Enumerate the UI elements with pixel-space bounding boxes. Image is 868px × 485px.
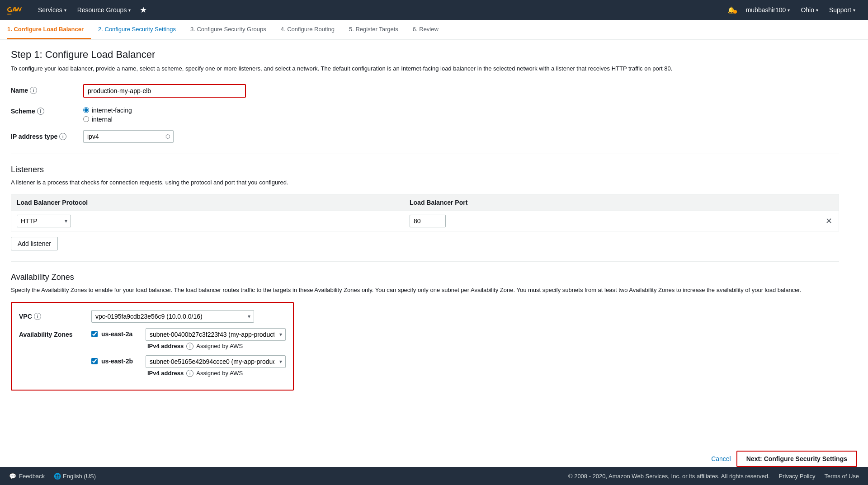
support-menu[interactable]: Support ▾ bbox=[824, 0, 861, 20]
az-2a-subnet-select[interactable]: subnet-00400b27c3f223f43 (my-app-product… bbox=[146, 328, 286, 341]
scheme-radio-group: internet-facing internal bbox=[83, 105, 839, 123]
ip-address-type-label: IP address type i bbox=[11, 130, 83, 140]
vpc-select-wrap: vpc-0195fa9cdb23e56c9 (10.0.0.0/16) ▾ bbox=[91, 310, 254, 323]
wizard-steps: 1. Configure Load Balancer 2. Configure … bbox=[0, 20, 868, 40]
az-desc: Specify the Availability Zones to enable… bbox=[11, 286, 839, 295]
az-2a-ipv4-row: IPv4 address i Assigned by AWS bbox=[146, 343, 286, 350]
name-input[interactable] bbox=[83, 84, 246, 98]
region-menu[interactable]: Ohio ▾ bbox=[795, 0, 824, 20]
step-6-label: 6. Review bbox=[413, 26, 439, 33]
scheme-row: Scheme i internet-facing internal bbox=[11, 105, 839, 123]
region-label: Ohio bbox=[801, 6, 814, 14]
az-zone-2a-row: us-east-2a subnet-00400b27c3f223f43 (my-… bbox=[91, 328, 286, 350]
top-navigation: aws Services ▾ Resource Groups ▾ ★ 🔔 mub… bbox=[0, 0, 868, 20]
add-listener-button[interactable]: Add listener bbox=[11, 237, 58, 250]
name-input-wrap bbox=[83, 84, 839, 98]
scheme-internal[interactable]: internal bbox=[83, 116, 839, 123]
user-menu[interactable]: mubbashir100 ▾ bbox=[741, 0, 796, 20]
remove-listener-button[interactable]: ✕ bbox=[822, 215, 835, 227]
az-title: Availability Zones bbox=[11, 273, 839, 282]
az-2b-subnet-wrap: subnet-0e5165e42b94ccce0 (my-app-product… bbox=[146, 355, 286, 368]
remove-col-header bbox=[734, 194, 839, 211]
vpc-select[interactable]: vpc-0195fa9cdb23e56c9 (10.0.0.0/16) bbox=[91, 310, 254, 323]
step-1[interactable]: 1. Configure Load Balancer bbox=[7, 20, 91, 39]
name-label: Name i bbox=[11, 84, 83, 94]
name-info-icon[interactable]: i bbox=[30, 87, 37, 94]
step-3-label: 3. Configure Security Groups bbox=[190, 26, 266, 33]
aws-logo[interactable]: aws bbox=[7, 5, 25, 15]
step-5-label: 5. Register Targets bbox=[349, 26, 398, 33]
az-2b-checkbox[interactable] bbox=[91, 358, 98, 364]
az-2a-name: us-east-2a bbox=[101, 328, 142, 338]
az-2b-subnet-select[interactable]: subnet-0e5165e42b94ccce0 (my-app-product… bbox=[146, 355, 286, 368]
notification-dot bbox=[733, 10, 737, 14]
az-2b-ipv4-info-icon[interactable]: i bbox=[186, 370, 193, 377]
services-menu[interactable]: Services ▾ bbox=[33, 0, 72, 20]
vpc-input-wrap: vpc-0195fa9cdb23e56c9 (10.0.0.0/16) ▾ bbox=[91, 310, 286, 323]
scheme-label: Scheme i bbox=[11, 105, 83, 115]
footer-buttons: Cancel Next: Configure Security Settings bbox=[711, 451, 857, 454]
next-button[interactable]: Next: Configure Security Settings bbox=[736, 451, 857, 454]
vpc-info-icon[interactable]: i bbox=[34, 313, 41, 320]
ip-address-select-wrap: ipv4 dualstack ⬡ bbox=[83, 130, 174, 143]
services-label: Services bbox=[38, 6, 62, 14]
svg-text:aws: aws bbox=[7, 13, 12, 15]
az-2b-content: subnet-0e5165e42b94ccce0 (my-app-product… bbox=[146, 355, 286, 377]
az-zones-list: us-east-2a subnet-00400b27c3f223f43 (my-… bbox=[91, 328, 286, 377]
favorites-icon[interactable]: ★ bbox=[136, 5, 151, 15]
scheme-options: internet-facing internal bbox=[83, 105, 839, 123]
support-chevron-icon: ▾ bbox=[853, 8, 855, 13]
ip-address-info-icon[interactable]: i bbox=[59, 133, 66, 140]
listener-protocol-cell: HTTP HTTPS TCP UDP ▾ bbox=[11, 211, 405, 231]
section-divider-1 bbox=[11, 154, 839, 154]
az-2b-ipv4-value: Assigned by AWS bbox=[196, 370, 243, 377]
ip-address-type-wrap: ipv4 dualstack ⬡ bbox=[83, 130, 839, 143]
listeners-title: Listeners bbox=[11, 165, 839, 174]
support-label: Support bbox=[829, 6, 851, 14]
az-2b-ipv4-row: IPv4 address i Assigned by AWS bbox=[146, 370, 286, 377]
port-input[interactable] bbox=[410, 215, 446, 227]
region-chevron-icon: ▾ bbox=[816, 8, 818, 13]
vpc-row: VPC i vpc-0195fa9cdb23e56c9 (10.0.0.0/16… bbox=[19, 310, 286, 323]
scheme-info-icon[interactable]: i bbox=[37, 108, 44, 115]
main-content: Step 1: Configure Load Balancer To confi… bbox=[0, 40, 850, 454]
protocol-col-header: Load Balancer Protocol bbox=[11, 194, 405, 211]
az-2b-name: us-east-2b bbox=[101, 355, 142, 365]
notifications-bell[interactable]: 🔔 bbox=[722, 6, 741, 14]
page-title: Step 1: Configure Load Balancer bbox=[11, 49, 839, 61]
az-zones-wrap: us-east-2a subnet-00400b27c3f223f43 (my-… bbox=[91, 328, 286, 377]
listeners-table: Load Balancer Protocol Load Balancer Por… bbox=[11, 194, 839, 231]
step-5: 5. Register Targets bbox=[342, 20, 406, 39]
step-2[interactable]: 2. Configure Security Settings bbox=[91, 20, 183, 39]
resource-groups-menu[interactable]: Resource Groups ▾ bbox=[72, 0, 137, 20]
protocol-select[interactable]: HTTP HTTPS TCP UDP bbox=[17, 215, 71, 227]
scheme-internet-radio[interactable] bbox=[83, 107, 89, 113]
az-zone-us-east-2b: us-east-2b subnet-0e5165e42b94ccce0 (my-… bbox=[91, 355, 286, 377]
scheme-internet-facing[interactable]: internet-facing bbox=[83, 107, 839, 114]
az-zone-2b-row: us-east-2b subnet-0e5165e42b94ccce0 (my-… bbox=[91, 355, 286, 377]
section-divider-2 bbox=[11, 261, 839, 262]
resource-groups-chevron-icon: ▾ bbox=[128, 8, 131, 13]
listener-row: HTTP HTTPS TCP UDP ▾ ✕ bbox=[11, 211, 839, 231]
az-2a-checkbox[interactable] bbox=[91, 331, 98, 337]
az-zones-label: Availability Zones bbox=[19, 328, 91, 338]
step-4-label: 4. Configure Routing bbox=[281, 26, 335, 33]
port-col-header: Load Balancer Port bbox=[404, 194, 734, 211]
az-zones-row: Availability Zones us-east-2a subnet-004… bbox=[19, 328, 286, 377]
step-4: 4. Configure Routing bbox=[274, 20, 342, 39]
listeners-desc: A listener is a process that checks for … bbox=[11, 178, 839, 187]
scheme-internal-radio[interactable] bbox=[83, 116, 89, 122]
az-2a-ipv4-info-icon[interactable]: i bbox=[186, 343, 193, 350]
page-description: To configure your load balancer, provide… bbox=[11, 64, 839, 73]
az-2b-ipv4-label: IPv4 address bbox=[147, 370, 184, 377]
username-label: mubbashir100 bbox=[746, 6, 786, 14]
az-2a-content: subnet-00400b27c3f223f43 (my-app-product… bbox=[146, 328, 286, 350]
user-chevron-icon: ▾ bbox=[788, 8, 790, 13]
az-2a-ipv4-value: Assigned by AWS bbox=[196, 343, 243, 349]
resource-groups-label: Resource Groups bbox=[77, 6, 127, 14]
nav-right-section: 🔔 mubbashir100 ▾ Ohio ▾ Support ▾ bbox=[722, 0, 861, 20]
services-chevron-icon: ▾ bbox=[64, 8, 66, 13]
ip-address-type-select[interactable]: ipv4 dualstack bbox=[83, 130, 174, 143]
step-3: 3. Configure Security Groups bbox=[183, 20, 274, 39]
step-6: 6. Review bbox=[406, 20, 446, 39]
